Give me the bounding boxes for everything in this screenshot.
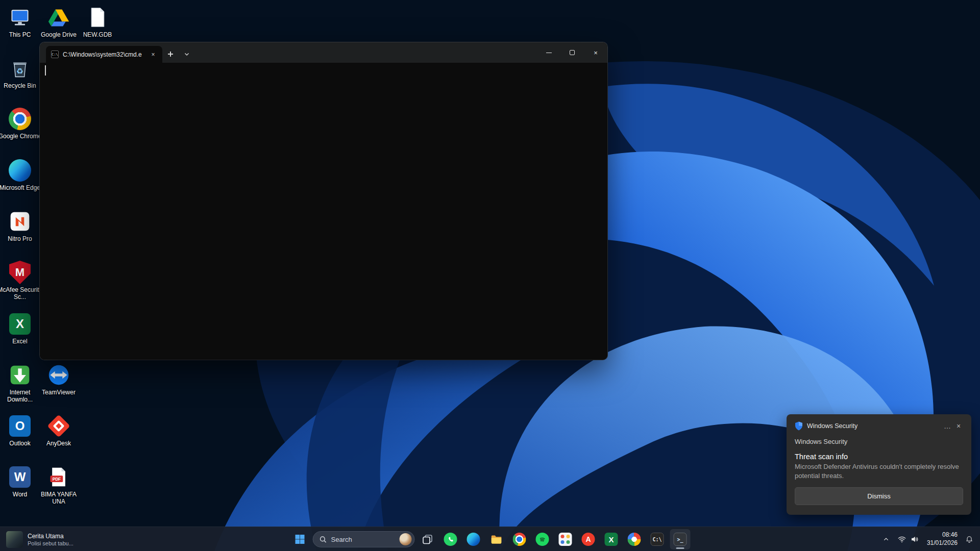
search-input[interactable]: Search (313, 531, 415, 547)
desktop-icon-google-drive[interactable]: Google Drive (36, 5, 81, 38)
wifi-icon (897, 535, 906, 544)
notification-center-button[interactable] (963, 530, 976, 548)
bell-icon (965, 535, 973, 543)
maximize-button[interactable] (560, 42, 584, 63)
cmd-icon: C:\ (651, 533, 664, 546)
download-arrow-icon (8, 363, 32, 387)
notification-close-button[interactable]: × (953, 420, 964, 432)
edge-icon (8, 158, 32, 183)
windows-terminal-icon: >_ (674, 533, 687, 546)
clock-button[interactable]: 08:46 31/01/2026 (924, 530, 961, 548)
search-icon (320, 536, 327, 543)
widgets-button[interactable]: Cerita Utama Polisi sebut tabu... (3, 529, 79, 549)
notification-body: Microsoft Defender Antivirus couldn't co… (795, 462, 963, 481)
document-icon (85, 5, 110, 30)
folder-icon (490, 533, 503, 546)
minimize-button[interactable] (537, 42, 560, 63)
this-pc-icon (8, 5, 32, 30)
tray-date: 31/01/2026 (927, 539, 958, 547)
desktop-icon-anydesk[interactable]: AnyDesk (36, 414, 81, 447)
dismiss-button[interactable]: Dismiss (795, 487, 963, 505)
desktop-icon-label: Microsoft Edge (0, 184, 42, 191)
task-view-button[interactable] (418, 529, 438, 549)
terminal-content[interactable] (40, 63, 607, 360)
windows-logo-icon (294, 533, 306, 545)
terminal-window: C:\ C:\Windows\system32\cmd.e × × (40, 42, 607, 360)
paint-icon (559, 533, 572, 546)
excel-button[interactable]: X (601, 529, 622, 549)
desktop-icon-label: AnyDesk (36, 440, 81, 447)
desktop-icon-new-gdb[interactable]: NEW.GDB (75, 5, 120, 38)
spotify-button[interactable] (532, 529, 553, 549)
notification-more-button[interactable]: … (942, 420, 953, 432)
outlook-icon: O (8, 414, 32, 438)
chrome-icon (8, 107, 32, 131)
google-drive-icon (46, 5, 71, 30)
news-thumbnail (6, 531, 23, 548)
notification-header: Windows Security … × (787, 414, 971, 432)
paint-button[interactable] (555, 529, 576, 549)
desktop-icon-nitro-pro[interactable]: Nitro Pro (0, 209, 42, 242)
desktop-icon-teamviewer[interactable]: TeamViewer (36, 363, 81, 396)
svg-text:♻: ♻ (16, 67, 23, 76)
edge-icon (467, 533, 480, 546)
desktop-icon-label: TeamViewer (36, 389, 81, 396)
anydesk-icon: A (582, 533, 595, 546)
quick-settings-button[interactable] (895, 530, 922, 548)
maximize-icon (570, 50, 575, 55)
anydesk-button[interactable]: A (578, 529, 599, 549)
desktop-icon-bima-pdf[interactable]: PDF BIMA YANFA UNA (36, 465, 81, 506)
mcafee-shield-icon: M (8, 260, 32, 285)
start-button[interactable] (290, 529, 310, 549)
active-app-indicator (676, 547, 684, 549)
tab-dropdown-button[interactable] (180, 47, 194, 61)
desktop-icon-label: Google Chrome (0, 133, 42, 140)
desktop-icon-label: McAfee Security Sc... (0, 286, 42, 301)
desktop-icon-excel[interactable]: X Excel (0, 312, 42, 345)
spotify-icon (536, 533, 549, 546)
terminal-tab[interactable]: C:\ C:\Windows\system32\cmd.e × (46, 46, 162, 63)
taskbar-center: Search (290, 529, 691, 549)
excel-icon: X (605, 533, 618, 546)
desktop-icon-mcafee[interactable]: M McAfee Security Sc... (0, 260, 42, 301)
pdf-icon: PDF (46, 465, 71, 489)
terminal-cursor (45, 65, 46, 76)
system-tray: 08:46 31/01/2026 (879, 529, 976, 549)
desktop-icon-google-chrome[interactable]: Google Chrome (0, 107, 42, 140)
nitro-pro-icon (8, 209, 32, 234)
tray-time: 08:46 (927, 531, 958, 539)
search-highlight-image[interactable] (400, 533, 412, 545)
colorful-app-button[interactable] (624, 529, 645, 549)
chrome-icon (513, 533, 526, 546)
tab-close-icon[interactable]: × (148, 49, 158, 60)
notification-subtitle: Windows Security (795, 438, 963, 445)
close-icon: × (594, 49, 598, 57)
whatsapp-icon (444, 533, 457, 546)
new-tab-button[interactable] (163, 47, 178, 61)
windows-terminal-button[interactable]: >_ (670, 529, 691, 549)
chevron-down-icon (184, 51, 190, 57)
desktop-icon-microsoft-edge[interactable]: Microsoft Edge (0, 158, 42, 191)
command-prompt-button[interactable]: C:\ (647, 529, 668, 549)
whatsapp-button[interactable] (440, 529, 461, 549)
minimize-icon (546, 53, 552, 53)
chrome-button[interactable] (509, 529, 530, 549)
word-icon: W (8, 465, 32, 489)
windows-security-notification: Windows Security … × Windows Security Th… (787, 414, 971, 515)
tray-overflow-button[interactable] (879, 530, 893, 548)
file-explorer-button[interactable] (486, 529, 507, 549)
terminal-title-bar[interactable]: C:\ C:\Windows\system32\cmd.e × × (40, 42, 607, 63)
desktop-icon-label: Excel (0, 338, 42, 345)
svg-text:PDF: PDF (53, 477, 61, 482)
colorful-app-icon (628, 533, 641, 546)
taskbar: Cerita Utama Polisi sebut tabu... Search (0, 527, 980, 551)
close-button[interactable]: × (584, 42, 607, 63)
excel-icon: X (8, 312, 32, 336)
desktop-icon-recycle-bin[interactable]: ♻ Recycle Bin (0, 56, 42, 89)
edge-button[interactable] (463, 529, 484, 549)
anydesk-icon (46, 414, 71, 438)
desktop-icon-label: NEW.GDB (75, 31, 120, 38)
volume-icon (910, 535, 919, 544)
plus-icon (167, 51, 174, 57)
notification-title: Threat scan info (795, 453, 963, 461)
